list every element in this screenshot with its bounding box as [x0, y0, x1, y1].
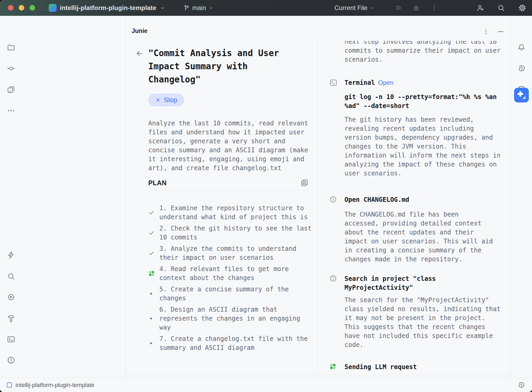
ai-assistant-swirl-icon[interactable] [517, 381, 525, 389]
zap-icon[interactable] [7, 251, 15, 259]
check-icon [148, 250, 155, 256]
more-ellipsis-icon[interactable] [7, 106, 15, 115]
run-configuration-name: Current File [334, 4, 367, 12]
terminal-result: The git history has been reviewed, revea… [344, 115, 501, 178]
bullet-icon [150, 293, 152, 295]
open-changelog-label: Open CHANGELOG.md [344, 195, 501, 204]
plan-item: 4. Read relevant files to get more conte… [148, 264, 315, 282]
project-name: intellij-platform-plugin-template [60, 4, 156, 12]
ai-assistant-swirl-icon[interactable] [517, 64, 526, 73]
right-toolwindow-bar [511, 16, 532, 378]
project-panel [22, 16, 126, 378]
junie-bottom-divider [126, 375, 511, 375]
plan-item: 3. Analyze the commits to understand the… [148, 244, 315, 262]
junie-log-column: next step involves analyzing the last 10… [318, 41, 511, 375]
panel-minimize-icon[interactable] [497, 28, 504, 35]
status-project-name: intellij-platform-plugin-template [16, 382, 95, 389]
more-kebab-icon[interactable] [430, 4, 438, 12]
build-hammer-icon[interactable] [7, 314, 15, 322]
plan-section-title: PLAN [148, 179, 167, 187]
open-changelog-step: Open CHANGELOG.md The CHANGELOG.md file … [344, 195, 501, 264]
stop-x-icon [155, 97, 161, 103]
stop-button-label: Stop [164, 96, 177, 104]
task-title: "Commit Analysis and User Impact Summary… [148, 47, 308, 86]
terminal-icon [329, 79, 337, 87]
chevron-down-icon [208, 5, 214, 11]
folder-icon[interactable] [7, 43, 15, 52]
junie-panel-header: Junie [126, 16, 511, 41]
in-progress-spinner-icon [329, 363, 336, 370]
search-project-step: Search in project "class MyProjectActivi… [344, 274, 501, 349]
chevron-down-icon [160, 5, 165, 11]
stop-button[interactable]: Stop [148, 94, 184, 106]
terminal-open-link[interactable]: Open [378, 79, 394, 86]
titlebar: intellij-platform-plugin-template main C… [0, 0, 532, 16]
check-icon [148, 230, 155, 236]
project-icon [49, 4, 57, 12]
chevron-down-icon [370, 5, 375, 11]
branch-name: main [192, 4, 206, 12]
check-icon [148, 209, 155, 216]
debug-bug-icon[interactable] [412, 4, 420, 12]
problems-icon[interactable] [7, 356, 15, 364]
services-icon[interactable] [7, 293, 15, 301]
sending-llm-step: Sending LLM request [344, 362, 501, 371]
open-changelog-result: The CHANGELOG.md file has been accessed,… [344, 210, 501, 264]
bullet-icon [150, 318, 152, 320]
close-window-button[interactable] [8, 5, 13, 11]
commit-icon[interactable] [7, 64, 15, 73]
terminal-step-label: Terminal [344, 78, 375, 87]
notifications-bell-icon[interactable] [517, 43, 526, 52]
log-intro-text: next step involves analyzing the last 10… [344, 41, 501, 64]
minimize-window-button[interactable] [19, 5, 24, 11]
info-icon [329, 196, 337, 204]
zoom-window-button[interactable] [29, 5, 35, 11]
find-icon[interactable] [7, 272, 15, 281]
in-progress-spinner-icon [148, 270, 155, 277]
status-bar: intellij-platform-plugin-template [0, 378, 532, 392]
ide-window: intellij-platform-plugin-template main C… [0, 0, 532, 392]
git-branch-icon [183, 4, 190, 11]
junie-task-column: "Commit Analysis and User Impact Summary… [126, 41, 318, 375]
search-project-label: Search in project "class MyProjectActivi… [344, 274, 501, 292]
plan-item: 1. Examine the repository structure to u… [148, 204, 315, 222]
terminal-step: Terminal Open git log -n 10 --pretty=for… [344, 78, 501, 178]
plan-list: 1. Examine the repository structure to u… [148, 204, 315, 352]
sending-llm-label: Sending LLM request [344, 362, 501, 371]
traffic-lights [8, 5, 35, 11]
run-configuration-selector[interactable]: Current File [334, 0, 375, 16]
project-frame-icon [7, 383, 12, 388]
left-toolwindow-bar [0, 16, 22, 378]
task-prompt: Analyze the last 10 commits, read releva… [148, 119, 308, 173]
plan-item: 5. Create a concise summary of the chang… [148, 285, 315, 303]
terminal-command: git log -n 10 --pretty=format:"%h %s %an… [344, 92, 501, 110]
branch-widget[interactable]: main [183, 0, 214, 16]
search-project-result: The search for the "MyProjectActivity" c… [344, 296, 501, 349]
plan-item: 7. Create a changelog.txt file with the … [148, 334, 315, 352]
bullet-icon [150, 342, 152, 344]
status-project-widget[interactable]: intellij-platform-plugin-template [7, 382, 95, 389]
plan-item: 6. Design an ASCII diagram that represen… [148, 305, 315, 332]
copy-plan-icon[interactable] [301, 179, 308, 187]
junie-logo-icon[interactable] [514, 88, 529, 102]
info-icon [329, 275, 337, 283]
plan-divider [148, 190, 308, 191]
plan-item: 2. Check the git history to see the last… [148, 224, 315, 242]
terminal-icon[interactable] [7, 335, 15, 344]
recent-files-icon[interactable] [7, 85, 15, 94]
junie-panel-title: Junie [132, 27, 147, 35]
panel-options-kebab-icon[interactable] [482, 28, 490, 35]
settings-gear-icon[interactable] [518, 4, 526, 12]
project-switcher[interactable]: intellij-platform-plugin-template [49, 0, 165, 16]
junie-panel: Junie "Commit Analysis and User Impact S… [126, 16, 511, 378]
add-user-icon[interactable] [476, 4, 484, 12]
search-icon[interactable] [497, 4, 505, 12]
run-play-icon[interactable] [395, 4, 402, 12]
